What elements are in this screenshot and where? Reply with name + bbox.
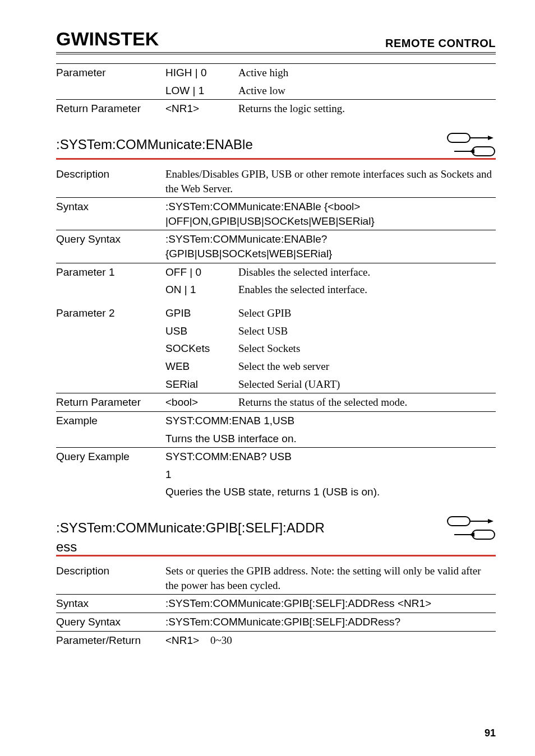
param: ON | 1 xyxy=(165,281,238,299)
example-text: SYST:COMM:ENAB 1,USB xyxy=(165,411,496,429)
svg-marker-2 xyxy=(488,136,494,140)
svg-marker-5 xyxy=(469,149,474,154)
query-syntax-text: :SYSTem:COMMunicate:GPIB[:SELF]:ADDRess? xyxy=(165,613,496,632)
label: Parameter 2 xyxy=(56,304,165,322)
spec-table-enable: Description Enables/Disables GPIB, USB o… xyxy=(56,165,496,501)
desc: Active high xyxy=(238,64,496,82)
section-title-continuation: ess xyxy=(56,539,496,555)
desc: Selected Serial (UART) xyxy=(238,375,496,393)
label: Description xyxy=(56,165,165,198)
param: LOW | 1 xyxy=(165,82,238,100)
desc: Returns the status of the selected mode. xyxy=(238,393,496,412)
logo: GWINSTEK xyxy=(56,28,159,50)
logo-text: GWINSTEK xyxy=(56,28,159,49)
query-syntax-text: :SYSTem:COMMunicate:ENABle? {GPIB|USB|SO… xyxy=(165,230,496,263)
desc: Select Sockets xyxy=(238,340,496,358)
spec-table-gpib-addr: Description Sets or queries the GPIB add… xyxy=(56,562,496,649)
query-example-text: Queries the USB state, returns 1 (USB is… xyxy=(165,483,496,501)
query-example-text: 1 xyxy=(165,466,496,484)
svg-rect-0 xyxy=(448,133,470,142)
label: Description xyxy=(56,562,165,595)
label xyxy=(56,430,165,448)
label: Query Syntax xyxy=(56,230,165,263)
label xyxy=(56,281,165,299)
section-title-text: :SYSTem:COMMunicate:ENABle xyxy=(56,137,253,152)
param: SERial xyxy=(165,375,238,393)
label xyxy=(56,358,165,375)
set-query-icon xyxy=(446,516,496,540)
desc: Active low xyxy=(238,82,496,100)
desc: Select the web server xyxy=(238,358,496,375)
param: HIGH | 0 xyxy=(165,64,238,82)
desc: 0~30 xyxy=(210,631,496,649)
label: Return Parameter xyxy=(56,393,165,412)
section-underline xyxy=(56,555,496,556)
svg-marker-11 xyxy=(469,532,474,537)
param: <NR1> xyxy=(165,631,210,649)
label xyxy=(56,375,165,393)
example-text: Turns the USB interface on. xyxy=(165,430,496,448)
query-example-text: SYST:COMM:ENAB? USB xyxy=(165,448,496,466)
label: Parameter 1 xyxy=(56,263,165,281)
page-number: 91 xyxy=(485,727,496,739)
label: Syntax xyxy=(56,595,165,613)
section-underline xyxy=(56,158,496,160)
label xyxy=(56,322,165,340)
set-query-icon xyxy=(446,132,496,157)
label: Parameter/Return xyxy=(56,631,165,649)
desc: Enables the selected interface. xyxy=(238,281,496,299)
syntax-text: :SYSTem:COMMunicate:ENABle {<bool> |OFF|… xyxy=(165,198,496,230)
desc: Select USB xyxy=(238,322,496,340)
label xyxy=(56,466,165,484)
desc: Select GPIB xyxy=(238,304,496,322)
param: <NR1> xyxy=(165,100,238,118)
label: Query Example xyxy=(56,448,165,466)
label xyxy=(56,82,165,100)
section-title-text: :SYSTem:COMMunicate:GPIB[:SELF]:ADDR xyxy=(56,520,325,536)
page-header: GWINSTEK REMOTE CONTROL xyxy=(56,28,496,54)
desc: Disables the selected interface. xyxy=(238,263,496,281)
desc: Sets or queries the GPIB address. Note: … xyxy=(165,562,496,595)
param: GPIB xyxy=(165,304,238,322)
section-heading-gpib-addr: :SYSTem:COMMunicate:GPIB[:SELF]:ADDR xyxy=(56,516,496,540)
label xyxy=(56,483,165,501)
desc: Returns the logic setting. xyxy=(238,100,496,118)
label xyxy=(56,340,165,358)
label: Query Syntax xyxy=(56,613,165,632)
label: Return Parameter xyxy=(56,100,165,118)
svg-rect-6 xyxy=(448,517,470,526)
spec-table-block0: Parameter HIGH | 0 Active high LOW | 1 A… xyxy=(56,63,496,118)
param: OFF | 0 xyxy=(165,263,238,281)
syntax-text: :SYSTem:COMMunicate:GPIB[:SELF]:ADDRess … xyxy=(165,595,496,613)
section-heading-enable: :SYSTem:COMMunicate:ENABle xyxy=(56,132,496,157)
param: <bool> xyxy=(165,393,238,412)
param: SOCKets xyxy=(165,340,238,358)
param: USB xyxy=(165,322,238,340)
label: Example xyxy=(56,411,165,429)
section-title: REMOTE CONTROL xyxy=(385,37,496,50)
label: Syntax xyxy=(56,198,165,230)
param: WEB xyxy=(165,358,238,375)
svg-rect-9 xyxy=(472,530,495,539)
desc: Enables/Disables GPIB, USB or other remo… xyxy=(165,165,496,198)
label: Parameter xyxy=(56,64,165,82)
svg-marker-8 xyxy=(488,519,494,523)
svg-rect-3 xyxy=(472,147,495,156)
